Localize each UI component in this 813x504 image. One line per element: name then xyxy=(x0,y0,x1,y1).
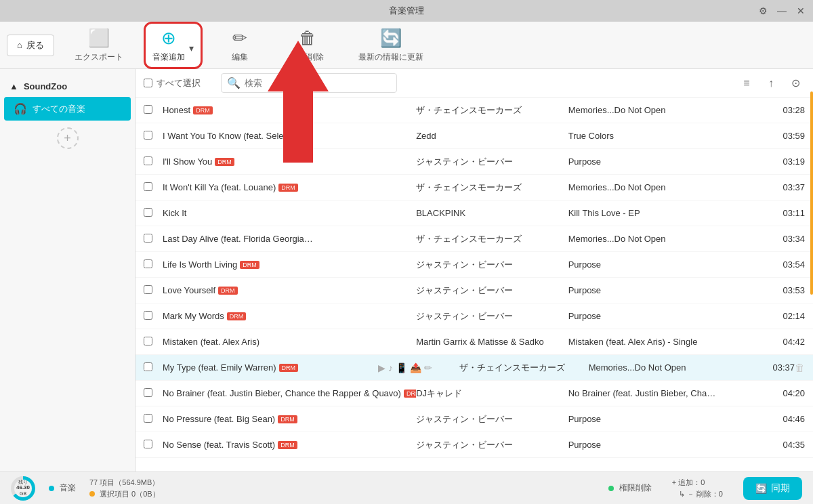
main-area: ▲ SoundZoo 🎧 すべての音楽 + すべて選択 🔍 ≡ ↑ ⊙ xyxy=(0,69,813,471)
add-music-button[interactable]: ⊕ 音楽追加 ▾ xyxy=(144,22,203,69)
track-name: My Type (feat. Emily Warren) DRM xyxy=(163,362,378,373)
album-name: Memories...Do Not Open xyxy=(568,182,771,192)
add-music-icon: ⊕ xyxy=(161,28,176,49)
drm-badge: DRM xyxy=(193,106,213,114)
app-title: 音楽管理 xyxy=(389,5,424,17)
drm-badge: DRM xyxy=(218,287,238,295)
track-duration: 03:54 xyxy=(771,259,805,270)
row-checkbox[interactable] xyxy=(144,388,163,399)
audio-icon[interactable]: ♪ xyxy=(388,362,393,373)
select-all-area[interactable]: すべて選択 xyxy=(144,77,201,89)
sidebar: ▲ SoundZoo 🎧 すべての音楽 + xyxy=(0,69,136,471)
minimize-button[interactable]: — xyxy=(775,4,789,18)
artist-name: ジャスティン・ビーバー xyxy=(416,439,568,451)
track-duration: 04:20 xyxy=(771,388,805,398)
sidebar-item-all-music[interactable]: 🎧 すべての音楽 xyxy=(4,97,131,121)
row-checkbox[interactable] xyxy=(144,131,163,142)
track-name: No Sense (feat. Travis Scott) DRM xyxy=(163,440,416,450)
drm-badge: DRM xyxy=(279,364,299,372)
artist-name: ジャスティン・ビーバー xyxy=(416,259,568,271)
artist-name: ジャスティン・ビーバー xyxy=(416,310,568,322)
track-duration: 03:34 xyxy=(771,234,805,244)
album-name: Mistaken (feat. Alex Aris) - Single xyxy=(568,337,771,347)
sidebar-add-area: + xyxy=(7,127,128,149)
row-checkbox[interactable] xyxy=(144,234,163,245)
green-dot xyxy=(608,486,614,491)
list-view-icon[interactable]: ≡ xyxy=(737,74,756,93)
row-checkbox[interactable] xyxy=(144,414,163,425)
row-checkbox[interactable] xyxy=(144,259,163,270)
device-label: ▲ SoundZoo xyxy=(0,76,135,97)
row-checkbox[interactable] xyxy=(144,105,163,116)
table-row: Mistaken (feat. Alex Aris) Martin Garrix… xyxy=(136,329,813,355)
album-name: Purpose xyxy=(568,440,771,450)
export-row-icon[interactable]: 📤 xyxy=(410,362,421,373)
track-duration: 04:46 xyxy=(771,414,805,424)
row-checkbox[interactable] xyxy=(144,440,163,450)
row-checkbox[interactable] xyxy=(144,285,163,296)
edit-row-icon[interactable]: ✏ xyxy=(424,362,432,373)
delete-icon: 🗑 xyxy=(299,28,316,49)
device-icon[interactable]: 📱 xyxy=(396,362,407,373)
row-checkbox[interactable] xyxy=(144,311,163,322)
delete-row-icon[interactable]: 🗑 xyxy=(795,362,805,373)
play-icon[interactable]: ▶ xyxy=(378,362,385,373)
artist-name: ジャスティン・ビーバー xyxy=(416,156,568,168)
export-button[interactable]: ⬜ エクスポート xyxy=(61,24,137,67)
search-box[interactable]: 🔍 xyxy=(221,73,397,93)
row-checkbox[interactable] xyxy=(144,182,163,193)
table-row: Life Is Worth Living DRM ジャスティン・ビーバー Pur… xyxy=(136,252,813,278)
settings-icon[interactable]: ⚙ xyxy=(756,4,770,18)
track-duration: 03:28 xyxy=(771,105,805,115)
artist-name: BLACKPINK xyxy=(416,208,568,218)
album-name: Memories...Do Not Open xyxy=(568,105,771,115)
track-duration: 04:42 xyxy=(771,337,805,347)
track-name: No Brainer (feat. Justin Bieber, Chance … xyxy=(163,388,416,398)
row-checkbox[interactable] xyxy=(144,337,163,348)
album-name: Purpose xyxy=(568,156,771,167)
delete-button[interactable]: 🗑 音楽削除 xyxy=(277,24,338,67)
refresh-button[interactable]: 🔄 最新の情報に更新 xyxy=(345,24,437,67)
album-name: Kill This Love - EP xyxy=(568,208,771,218)
track-name: Honest DRM xyxy=(163,105,416,115)
stats-area: 77 項目（564.9MB） 選択項目 0（0B） xyxy=(89,478,160,499)
artist-name: DJキャレド xyxy=(416,387,568,400)
track-duration: 03:37 xyxy=(771,182,805,192)
close-button[interactable]: ✕ xyxy=(794,4,808,18)
filter-icon[interactable]: ⊙ xyxy=(786,74,805,93)
blue-dot xyxy=(49,486,54,491)
sort-icon[interactable]: ↑ xyxy=(762,74,780,93)
album-name: No Brainer (feat. Justin Bieber, Cha… xyxy=(568,388,771,398)
search-input[interactable] xyxy=(245,78,391,88)
add-delete-counts: + 追加：0 ↳ － 削除：0 xyxy=(672,478,723,499)
drm-badge: DRM xyxy=(240,261,259,269)
row-checkbox[interactable] xyxy=(144,362,163,373)
album-name: Purpose xyxy=(568,259,771,270)
window-controls: ⚙ — ✕ xyxy=(756,4,808,18)
content-toolbar: すべて選択 🔍 ≡ ↑ ⊙ xyxy=(136,69,813,98)
edit-icon: ✏ xyxy=(232,28,247,49)
album-name: Purpose xyxy=(568,414,771,424)
add-music-chevron-icon[interactable]: ▾ xyxy=(189,43,194,54)
table-row: No Brainer (feat. Justin Bieber, Chance … xyxy=(136,381,813,406)
music-count-area: 音楽 xyxy=(49,482,76,494)
album-name: Purpose xyxy=(568,311,771,321)
drm-badge: DRM xyxy=(404,390,416,398)
sync-button[interactable]: 🔄 同期 xyxy=(743,477,802,500)
back-button[interactable]: ⌂ 戻る xyxy=(7,35,54,56)
scroll-accent[interactable] xyxy=(810,91,813,295)
drm-badge: DRM xyxy=(278,441,297,449)
row-checkbox[interactable] xyxy=(144,156,163,167)
refresh-icon: 🔄 xyxy=(380,28,402,49)
row-checkbox[interactable] xyxy=(144,208,163,219)
content-actions: ≡ ↑ ⊙ xyxy=(737,74,805,93)
edit-button[interactable]: ✏ 編集 xyxy=(209,24,270,67)
track-name: Love Yourself DRM xyxy=(163,285,416,295)
add-playlist-button[interactable]: + xyxy=(57,127,79,149)
select-all-checkbox[interactable] xyxy=(144,79,152,87)
track-name: I Want You To Know (feat. Selena G… xyxy=(163,131,416,141)
table-row: I Want You To Know (feat. Selena G… Zedd… xyxy=(136,123,813,149)
bottom-right-area: 権限削除 + 追加：0 ↳ － 削除：0 🔄 同期 xyxy=(608,477,802,500)
drm-badge: DRM xyxy=(278,415,297,423)
artist-name: ジャスティン・ビーバー xyxy=(416,413,568,425)
